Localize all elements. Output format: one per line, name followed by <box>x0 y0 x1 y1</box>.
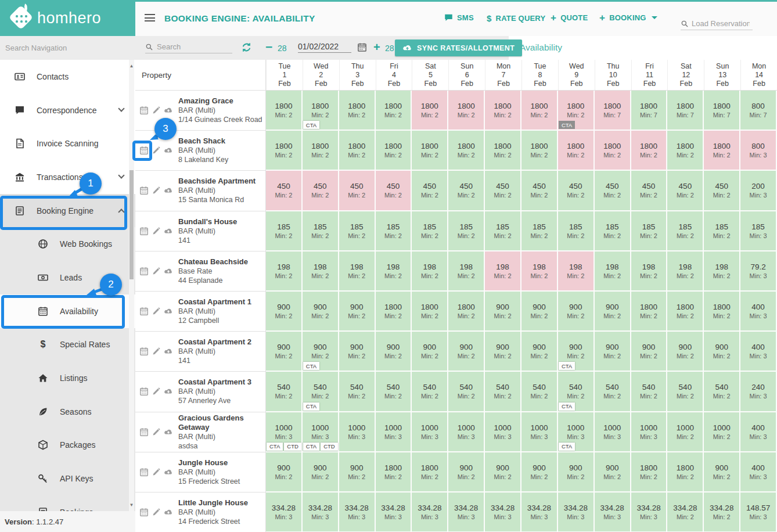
property-search-input[interactable] <box>157 42 226 51</box>
rate-cell[interactable]: 240Min: 3 <box>740 372 777 412</box>
rate-cell[interactable]: 185Min: 2 <box>448 211 485 251</box>
rate-cell[interactable]: 185Min: 2 <box>704 211 740 251</box>
rate-cell[interactable]: 450Min: 2 <box>485 171 521 211</box>
rate-cell[interactable]: 198Min: 2 <box>485 251 521 292</box>
rate-cell[interactable]: 198Min: 2 <box>412 251 448 292</box>
sms-button[interactable]: SMS <box>444 13 474 22</box>
rate-cell[interactable]: 185Min: 2 <box>339 211 376 251</box>
scrollbar-thumb[interactable] <box>130 170 134 279</box>
sidebar-item-availability[interactable]: Availability <box>0 294 135 328</box>
rate-cell[interactable]: 540Min: 2 <box>667 372 704 412</box>
rate-cell[interactable]: 185Min: 2 <box>303 211 339 251</box>
rate-cell[interactable]: 334.28Min: 2 <box>667 493 704 532</box>
rate-cell[interactable]: 198Min: 2 <box>266 251 303 292</box>
rate-cell[interactable]: 198Min: 2 <box>631 251 668 292</box>
rate-cell[interactable]: 1000Min: 3CTACTD <box>266 412 303 452</box>
rate-cell[interactable]: 185Min: 2 <box>485 211 521 251</box>
rate-cell[interactable]: 1800Min: 2 <box>412 131 448 171</box>
rate-cell[interactable]: 198Min: 2 <box>595 251 631 292</box>
rate-cell[interactable]: 900Min: 2 <box>266 452 303 493</box>
rate-cell[interactable]: 148.57Min: 3 <box>740 493 777 532</box>
rate-cell[interactable]: 1800Min: 2 <box>667 292 704 332</box>
rate-cell[interactable]: 1800Min: 2 <box>448 131 485 171</box>
rate-cell[interactable]: 1800Min: 2CTA <box>303 91 339 131</box>
rate-cell[interactable]: 1800Min: 2 <box>412 292 448 332</box>
cloud-download-icon[interactable] <box>164 146 173 155</box>
edit-pencil-icon[interactable] <box>152 186 160 195</box>
sidebar-item-seasons[interactable]: Seasons <box>0 395 135 429</box>
rate-cell[interactable]: 1800Min: 2CTA <box>558 91 595 131</box>
rate-cell[interactable]: 450Min: 2 <box>667 171 704 211</box>
edit-pencil-icon[interactable] <box>152 347 160 355</box>
rate-cell[interactable]: 540Min: 2 <box>631 372 668 412</box>
rate-cell[interactable]: 900Min: 2 <box>704 332 740 372</box>
cloud-download-icon[interactable] <box>164 106 173 115</box>
rate-cell[interactable]: 1800Min: 7 <box>667 91 704 131</box>
rate-cell[interactable]: 540Min: 2 <box>485 372 521 412</box>
rate-cell[interactable]: 1800Min: 2 <box>704 292 740 332</box>
scroll-down-icon[interactable]: ▼ <box>129 502 134 508</box>
sidebar-item-booking-engine[interactable]: Booking Engine <box>0 194 135 228</box>
rate-cell[interactable]: 1000Min: 3 <box>521 412 558 452</box>
rate-cell[interactable]: 450Min: 2 <box>521 171 558 211</box>
rate-cell[interactable]: 900Min: 2 <box>485 452 521 493</box>
rate-cell[interactable]: 400Min: 3 <box>740 292 777 332</box>
calendar-icon[interactable] <box>139 146 149 155</box>
sidebar-item-contacts[interactable]: Contacts <box>0 60 135 94</box>
calendar-icon[interactable] <box>139 468 149 477</box>
rate-cell[interactable]: 334.28Min: 3 <box>521 493 558 532</box>
rate-cell[interactable]: 198Min: 2 <box>558 251 595 292</box>
rate-cell[interactable]: 900Min: 2 <box>303 292 339 332</box>
rate-cell[interactable]: 334.28Min: 3 <box>412 493 448 532</box>
rate-cell[interactable]: 198Min: 2 <box>667 251 704 292</box>
rate-cell[interactable]: 450Min: 2 <box>595 171 631 211</box>
rate-cell[interactable]: 400Min: 3 <box>740 332 777 372</box>
rate-cell[interactable]: 400Min: 3 <box>740 452 777 493</box>
rate-cell[interactable]: 900Min: 2 <box>339 332 376 372</box>
rate-cell[interactable]: 900Min: 2 <box>521 452 558 493</box>
rate-cell[interactable]: 450Min: 2 <box>266 171 303 211</box>
rate-cell[interactable]: 185Min: 3 <box>740 211 777 251</box>
rate-cell[interactable]: 450Min: 2 <box>558 171 595 211</box>
calendar-picker-icon[interactable] <box>357 42 367 55</box>
rate-cell[interactable]: 540Min: 2 <box>376 372 412 412</box>
rate-cell[interactable]: 1800Min: 7 <box>595 91 631 131</box>
rate-cell[interactable]: 540Min: 2 <box>339 372 376 412</box>
rate-cell[interactable]: 1000Min: 2 <box>704 412 740 452</box>
rate-cell[interactable]: 900Min: 2 <box>595 332 631 372</box>
rate-cell[interactable]: 1800Min: 2 <box>485 131 521 171</box>
rate-cell[interactable]: 1800Min: 2 <box>521 91 558 131</box>
rate-cell[interactable]: 1000Min: 3CTACTD <box>303 412 339 452</box>
sidebar-item-transactions[interactable]: Transactions <box>0 160 135 194</box>
booking-dropdown-button[interactable]: + BOOKING <box>599 13 657 22</box>
rate-query-button[interactable]: $ RATE QUERY <box>487 13 545 23</box>
date-input[interactable] <box>298 42 350 52</box>
rate-cell[interactable]: 900Min: 2 <box>339 452 376 493</box>
rate-cell[interactable]: 450Min: 2 <box>631 171 668 211</box>
cloud-download-icon[interactable] <box>164 508 173 517</box>
cloud-download-icon[interactable] <box>164 227 173 236</box>
rate-cell[interactable]: 334.28Min: 3 <box>631 493 668 532</box>
rate-cell[interactable]: 900Min: 2CTA <box>303 332 339 372</box>
rate-cell[interactable]: 1800Min: 2 <box>485 91 521 131</box>
subtract-days-button[interactable]: − <box>265 40 272 54</box>
rate-cell[interactable]: 900Min: 2CTA <box>558 332 595 372</box>
sync-rates-allotment-button[interactable]: SYNC RATES/ALLOTMENT <box>395 39 522 56</box>
rate-cell[interactable]: 1000Min: 3 <box>631 412 668 452</box>
quote-button[interactable]: + QUOTE <box>551 13 588 22</box>
add-days-button[interactable]: + <box>373 41 380 54</box>
rate-cell[interactable]: 198Min: 2 <box>303 251 339 292</box>
sidebar-item-special-rates[interactable]: $Special Rates <box>0 328 135 362</box>
rate-cell[interactable]: 1800Min: 2 <box>376 131 412 171</box>
rate-cell[interactable]: 540Min: 2 <box>704 372 740 412</box>
calendar-icon[interactable] <box>139 508 149 517</box>
rate-cell[interactable]: 800Min: 7 <box>740 91 777 131</box>
rate-cell[interactable]: 1800Min: 2 <box>376 452 412 493</box>
rate-cell[interactable]: 334.28Min: 3 <box>339 493 376 532</box>
cloud-download-icon[interactable] <box>164 427 173 437</box>
cloud-download-icon[interactable] <box>164 468 173 477</box>
rate-cell[interactable]: 900Min: 2 <box>558 292 595 332</box>
calendar-icon[interactable] <box>139 106 149 115</box>
rate-cell[interactable]: 185Min: 2 <box>521 211 558 251</box>
rate-cell[interactable]: 900Min: 2 <box>521 332 558 372</box>
